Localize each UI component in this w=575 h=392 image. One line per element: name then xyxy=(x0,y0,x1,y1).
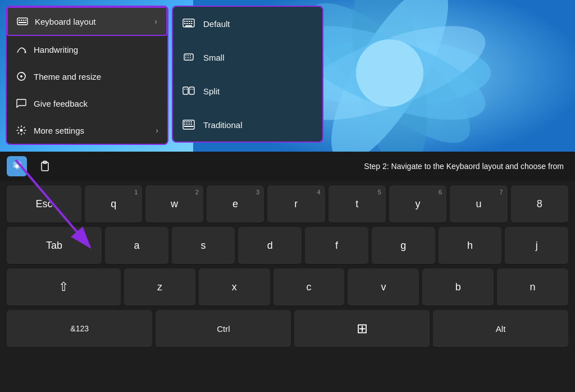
sub-menu-keyboard-layout: Default Small xyxy=(172,6,323,143)
menu-item-more-settings[interactable]: More settings › xyxy=(7,117,167,144)
main-menu: Keyboard layout › Handwriting T xyxy=(6,6,168,145)
key-y[interactable]: 6y xyxy=(389,185,446,224)
svg-rect-13 xyxy=(23,20,25,21)
svg-rect-31 xyxy=(185,56,186,57)
key-c[interactable]: c xyxy=(273,268,345,307)
keyboard-row-3: ⇧ z x c v b n xyxy=(7,268,568,307)
svg-point-19 xyxy=(20,129,23,132)
traditional-keyboard-icon xyxy=(182,118,195,131)
key-q[interactable]: 1q xyxy=(85,185,142,224)
key-a[interactable]: a xyxy=(105,227,168,265)
give-feedback-label: Give feedback xyxy=(34,99,88,108)
key-ctrl[interactable]: Ctrl xyxy=(156,310,291,348)
svg-rect-12 xyxy=(21,20,22,21)
key-e[interactable]: 3e xyxy=(207,185,264,224)
svg-rect-39 xyxy=(184,89,185,90)
svg-rect-29 xyxy=(185,25,192,26)
svg-rect-22 xyxy=(186,21,188,22)
key-d[interactable]: d xyxy=(238,227,302,265)
svg-rect-48 xyxy=(184,124,186,125)
sub-menu-item-small[interactable]: Small xyxy=(173,40,322,74)
svg-rect-32 xyxy=(188,56,189,57)
svg-rect-23 xyxy=(189,21,190,22)
svg-rect-38 xyxy=(189,87,194,94)
svg-rect-41 xyxy=(190,89,191,90)
keyboard-layout-label: Keyboard layout xyxy=(35,17,95,26)
key-s[interactable]: s xyxy=(172,227,235,265)
svg-rect-26 xyxy=(186,23,188,24)
split-keyboard-icon xyxy=(182,84,195,98)
svg-point-16 xyxy=(25,52,26,53)
keyboard-row-4: &123 Ctrl ⊞ Alt xyxy=(7,310,568,348)
toolbar: Step 2: Navigate to the Keybaord layout … xyxy=(0,152,575,181)
key-b[interactable]: b xyxy=(422,268,494,307)
key-h[interactable]: h xyxy=(439,227,502,265)
svg-rect-51 xyxy=(191,124,193,125)
key-g[interactable]: g xyxy=(372,227,435,265)
key-tab[interactable]: Tab xyxy=(7,227,102,265)
svg-point-18 xyxy=(20,75,22,78)
key-u[interactable]: 7u xyxy=(450,185,507,224)
svg-rect-30 xyxy=(184,54,193,60)
split-label: Split xyxy=(203,86,220,96)
svg-rect-47 xyxy=(191,121,193,122)
svg-rect-44 xyxy=(184,121,186,122)
key-x[interactable]: x xyxy=(199,268,270,307)
svg-rect-37 xyxy=(183,87,188,94)
traditional-label: Traditional xyxy=(203,120,242,130)
keyboard: Esc 1q 2w 3e 4r 5t 6y 7u 8 Tab a s d f g… xyxy=(0,181,575,356)
key-j[interactable]: j xyxy=(505,227,568,265)
svg-rect-33 xyxy=(190,56,191,57)
sub-menu-item-default[interactable]: Default xyxy=(173,7,322,40)
menu-item-handwriting[interactable]: Handwriting xyxy=(7,36,167,63)
svg-rect-11 xyxy=(19,20,20,21)
more-settings-label: More settings xyxy=(34,126,84,135)
key-win[interactable]: ⊞ xyxy=(294,310,430,348)
clipboard-button[interactable] xyxy=(36,157,54,175)
key-w[interactable]: 2w xyxy=(145,185,203,224)
keyboard-row-1: Esc 1q 2w 3e 4r 5t 6y 7u 8 xyxy=(7,185,568,224)
svg-rect-25 xyxy=(184,23,186,24)
svg-rect-14 xyxy=(25,20,26,21)
menu-item-theme-resize[interactable]: Theme and resize xyxy=(7,63,167,90)
svg-rect-24 xyxy=(191,21,193,22)
svg-rect-50 xyxy=(189,124,190,125)
svg-rect-45 xyxy=(186,121,188,122)
svg-rect-46 xyxy=(189,121,190,122)
svg-rect-34 xyxy=(185,57,186,58)
key-8[interactable]: 8 xyxy=(511,185,568,224)
small-label: Small xyxy=(203,53,225,62)
menu-item-give-feedback[interactable]: Give feedback xyxy=(7,90,167,117)
key-r[interactable]: 4r xyxy=(267,185,325,224)
gear-button[interactable] xyxy=(7,156,27,176)
svg-rect-35 xyxy=(188,57,189,58)
key-t[interactable]: 5t xyxy=(328,185,386,224)
keyboard-icon xyxy=(17,16,28,27)
handwriting-icon xyxy=(16,44,27,55)
key-esc[interactable]: Esc xyxy=(7,185,81,224)
key-n[interactable]: n xyxy=(497,268,568,307)
theme-icon xyxy=(16,71,27,82)
step-instruction: Step 2: Navigate to the Keybaord layout … xyxy=(364,162,568,171)
theme-resize-label: Theme and resize xyxy=(34,72,101,81)
settings-icon xyxy=(16,125,27,136)
svg-rect-10 xyxy=(17,18,28,25)
keyboard-layout-arrow: › xyxy=(154,17,157,26)
svg-rect-21 xyxy=(184,21,186,22)
key-sym[interactable]: &123 xyxy=(7,310,152,348)
svg-point-7 xyxy=(356,39,423,107)
svg-rect-15 xyxy=(19,22,26,23)
key-f[interactable]: f xyxy=(305,227,368,265)
svg-rect-27 xyxy=(189,23,190,24)
small-keyboard-icon xyxy=(182,51,195,64)
default-label: Default xyxy=(203,19,230,29)
sub-menu-item-split[interactable]: Split xyxy=(173,74,322,108)
key-v[interactable]: v xyxy=(348,268,419,307)
key-z[interactable]: z xyxy=(124,268,195,307)
sub-menu-item-traditional[interactable]: Traditional xyxy=(173,108,322,142)
svg-rect-40 xyxy=(186,89,188,90)
feedback-icon xyxy=(16,98,27,109)
menu-item-keyboard-layout[interactable]: Keyboard layout › xyxy=(7,7,167,36)
key-alt[interactable]: Alt xyxy=(433,310,568,348)
key-shift[interactable]: ⇧ xyxy=(7,268,121,307)
